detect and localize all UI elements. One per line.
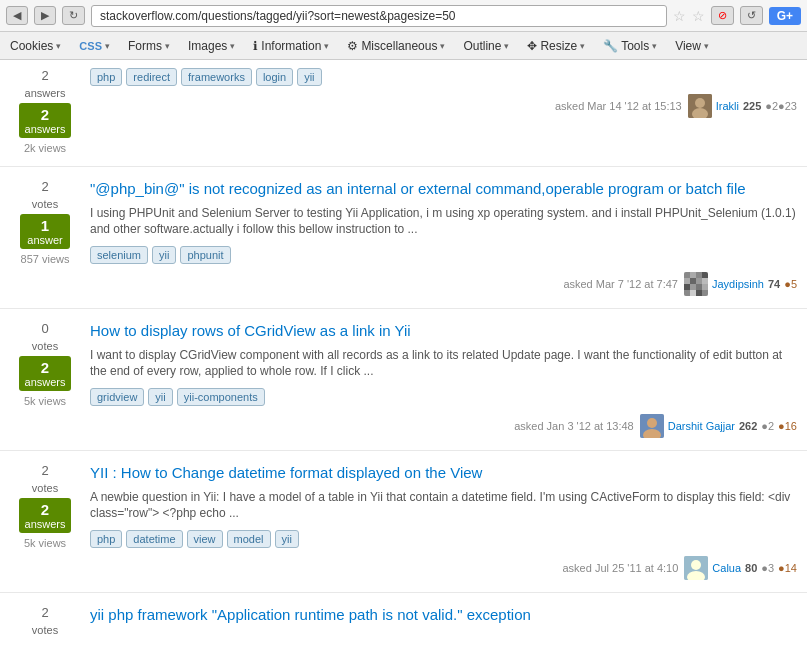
tag[interactable]: redirect <box>126 68 177 86</box>
images-arrow-icon: ▾ <box>230 41 235 51</box>
question-body: YII : How to Change datetime format disp… <box>90 463 797 580</box>
avatar <box>684 272 708 296</box>
toolbar-cookies[interactable]: Cookies ▾ <box>6 37 65 55</box>
svg-point-21 <box>647 418 657 428</box>
question-body: php redirect frameworks login yii asked … <box>90 68 797 118</box>
bookmark-icon[interactable]: ☆ <box>673 8 686 24</box>
username[interactable]: Jaydipsinh <box>712 278 764 290</box>
votes-label: votes <box>32 198 58 210</box>
tag[interactable]: yii <box>275 530 299 548</box>
question-title[interactable]: How to display rows of CGridView as a li… <box>90 321 797 341</box>
toolbar-information[interactable]: ℹ Information ▾ <box>249 37 333 55</box>
toolbar-css[interactable]: CSS ▾ <box>75 38 114 54</box>
answer-number: 2 <box>25 106 66 123</box>
answer-label: answers <box>25 376 66 388</box>
question-meta: asked Mar 14 '12 at 15:13 Irakli 225 ●2●… <box>90 94 797 118</box>
question-title[interactable]: YII : How to Change datetime format disp… <box>90 463 797 483</box>
back-button[interactable]: ◀ <box>6 6 28 25</box>
tag[interactable]: php <box>90 530 122 548</box>
votes-label: votes <box>32 340 58 352</box>
question-stats: 2 votes 1 answer 857 views <box>10 179 80 265</box>
resize-icon: ✥ <box>527 39 537 53</box>
css-arrow-icon: ▾ <box>105 41 110 51</box>
question-title[interactable]: "@php_bin@" is not recognized as an inte… <box>90 179 797 199</box>
votes-count: 2 <box>41 68 48 83</box>
forms-label: Forms <box>128 39 162 53</box>
votes-count: 2 <box>41 179 48 194</box>
answer-label: answers <box>25 123 66 135</box>
google-plus-button[interactable]: G+ <box>769 7 801 25</box>
svg-rect-11 <box>702 278 708 284</box>
toolbar-miscellaneous[interactable]: ⚙ Miscellaneous ▾ <box>343 37 449 55</box>
tag[interactable]: login <box>256 68 293 86</box>
forward-button[interactable]: ▶ <box>34 6 56 25</box>
avatar-image <box>684 556 708 580</box>
svg-rect-4 <box>684 272 690 278</box>
toolbar-view[interactable]: View ▾ <box>671 37 713 55</box>
avatar-image <box>684 272 708 296</box>
svg-rect-5 <box>690 272 696 278</box>
question-item: 2 answers 2 answers 2k views php redirec… <box>0 60 807 167</box>
username[interactable]: Irakli <box>716 100 739 112</box>
svg-rect-8 <box>684 278 690 284</box>
answer-box: 2 answers <box>19 356 72 391</box>
outline-arrow-icon: ▾ <box>504 41 509 51</box>
avatar <box>688 94 712 118</box>
answer-label: answer <box>26 234 64 246</box>
reload-button[interactable]: ↺ <box>740 6 763 25</box>
svg-rect-6 <box>696 272 702 278</box>
question-stats: 2 votes 2 answers 5k views <box>10 463 80 549</box>
username[interactable]: Darshit Gajjar <box>668 420 735 432</box>
reputation-score: 262 <box>739 420 757 432</box>
asked-time: asked Mar 14 '12 at 15:13 <box>555 100 682 112</box>
svg-rect-19 <box>702 290 708 296</box>
url-input[interactable]: stackoverflow.com/questions/tagged/yii?s… <box>91 5 667 27</box>
reputation-score: 225 <box>743 100 761 112</box>
tag[interactable]: model <box>227 530 271 548</box>
svg-rect-13 <box>690 284 696 290</box>
tag[interactable]: phpunit <box>180 246 230 264</box>
asked-time: asked Mar 7 '12 at 7:47 <box>563 278 678 290</box>
bookmark2-icon[interactable]: ☆ <box>692 8 705 24</box>
stop-button[interactable]: ⊘ <box>711 6 734 25</box>
tag[interactable]: datetime <box>126 530 182 548</box>
svg-rect-17 <box>690 290 696 296</box>
tag[interactable]: view <box>187 530 223 548</box>
tag[interactable]: php <box>90 68 122 86</box>
tag[interactable]: selenium <box>90 246 148 264</box>
user-info: Jaydipsinh 74 ●5 <box>684 272 797 296</box>
tools-arrow-icon: ▾ <box>652 41 657 51</box>
question-body: yii php framework "Application runtime p… <box>90 605 797 631</box>
refresh-button[interactable]: ↻ <box>62 6 85 25</box>
question-stats: 2 votes <box>10 605 80 636</box>
question-item: 2 votes 2 answers 5k views YII : How to … <box>0 451 807 593</box>
username[interactable]: Calua <box>712 562 741 574</box>
question-stats: 2 answers 2 answers 2k views <box>10 68 80 154</box>
avatar-image <box>640 414 664 438</box>
toolbar-images[interactable]: Images ▾ <box>184 37 239 55</box>
tag[interactable]: yii <box>148 388 172 406</box>
tag[interactable]: yii <box>297 68 321 86</box>
toolbar-tools[interactable]: 🔧 Tools ▾ <box>599 37 661 55</box>
question-tags: php datetime view model yii <box>90 530 797 548</box>
question-tags: selenium yii phpunit <box>90 246 797 264</box>
badge-separator: ●2●23 <box>765 100 797 112</box>
question-excerpt: A newbie question in Yii: I have a model… <box>90 489 797 523</box>
votes-label: votes <box>32 624 58 636</box>
avatar-image <box>688 94 712 118</box>
question-meta: asked Mar 7 '12 at 7:47 <box>90 272 797 296</box>
badge-info: ●5 <box>784 278 797 290</box>
toolbar-forms[interactable]: Forms ▾ <box>124 37 174 55</box>
answer-number: 1 <box>26 217 64 234</box>
user-info: Darshit Gajjar 262 ●2●16 <box>640 414 797 438</box>
information-arrow-icon: ▾ <box>324 41 329 51</box>
question-title[interactable]: yii php framework "Application runtime p… <box>90 605 797 625</box>
votes-count: 0 <box>41 321 48 336</box>
toolbar-outline[interactable]: Outline ▾ <box>459 37 513 55</box>
toolbar-resize[interactable]: ✥ Resize ▾ <box>523 37 589 55</box>
tag[interactable]: yii-components <box>177 388 265 406</box>
tag[interactable]: frameworks <box>181 68 252 86</box>
tag[interactable]: yii <box>152 246 176 264</box>
tag[interactable]: gridview <box>90 388 144 406</box>
votes-label: answers <box>25 87 66 99</box>
